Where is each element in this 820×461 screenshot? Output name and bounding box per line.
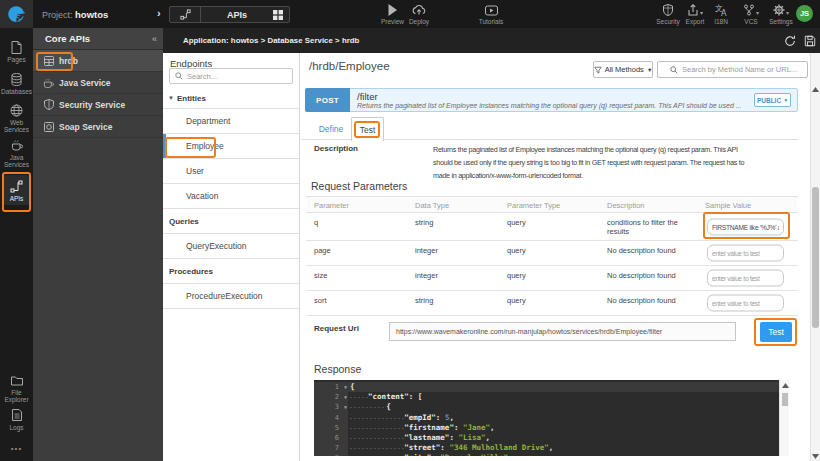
method-row-post-filter[interactable]: POST /filter Returns the paginated list …: [305, 88, 798, 112]
tab-define[interactable]: Define: [306, 117, 356, 140]
sidebar-item-label: Soap Service: [59, 122, 112, 132]
response-code-editor[interactable]: 1▼{2▼"content": [3▼{4"empId": 5,5"firstn…: [314, 380, 789, 456]
rail-item-logs[interactable]: Logs: [0, 408, 33, 431]
request-parameters-table: ParameterData TypeParameter TypeDescript…: [306, 196, 798, 316]
endpoint-item-label: QueryExecution: [186, 241, 246, 251]
translate-icon: 文A: [715, 4, 728, 17]
endpoints-section-queries[interactable]: Queries: [163, 209, 299, 234]
left-rail-nav: PagesDatabasesWeb ServicesJava ServicesA…: [0, 28, 33, 461]
topbar-action-deploy[interactable]: Deploy: [409, 0, 429, 28]
request-url-value[interactable]: https://www.wavemakeronline.com/run-manj…: [389, 322, 736, 341]
endpoints-section-label: Entities: [177, 94, 206, 103]
line-number: 8: [314, 453, 348, 456]
rail-item-file-explorer[interactable]: File Explorer: [0, 373, 33, 403]
sidebar-item-java-service[interactable]: Java Service: [33, 72, 163, 94]
fold-caret-icon[interactable]: ▼: [344, 382, 347, 392]
code-line-text: {: [348, 382, 355, 392]
rail-item-pages[interactable]: Pages: [0, 40, 33, 63]
user-avatar[interactable]: JS: [796, 5, 813, 22]
endpoint-item-employee[interactable]: Employee: [163, 134, 299, 159]
endpoint-item-user[interactable]: User: [163, 159, 299, 184]
endpoint-item-queryexecution[interactable]: QueryExecution: [163, 234, 299, 259]
topbar-action-preview[interactable]: Preview: [376, 0, 409, 28]
code-token: "content": [368, 392, 409, 401]
endpoint-item-vacation[interactable]: Vacation: [163, 184, 299, 209]
sidebar-item-hrdb[interactable]: hrdb: [33, 50, 163, 72]
page-scrollbar-thumb[interactable]: [812, 187, 819, 328]
topbar-action-label: Settings: [769, 18, 793, 25]
topbar-action-export[interactable]: ▾Export: [684, 0, 706, 28]
topbar-action-label: Preview: [381, 18, 404, 25]
code-line-2: 2▼"content": [: [314, 392, 789, 402]
param-row-size: sizeintegerqueryNo description found: [306, 266, 798, 291]
endpoints-section-entities[interactable]: ▼Entities: [163, 88, 299, 109]
topbar-action-tutorials[interactable]: Tutorials: [468, 0, 514, 28]
export-icon: [687, 4, 699, 17]
sample-value-input-page[interactable]: [707, 245, 784, 262]
method-search-input[interactable]: Search by Method Name or URL...: [657, 61, 808, 78]
fold-caret-icon[interactable]: ▼: [344, 392, 347, 402]
save-icon[interactable]: [804, 35, 816, 47]
method-info: /filter Returns the paginated list of Em…: [350, 89, 750, 111]
grid-icon[interactable]: [273, 10, 289, 20]
endpoints-list: ▼EntitiesDepartmentEmployeeUserVacationQ…: [163, 88, 299, 309]
line-number: 7: [314, 443, 348, 453]
search-icon: [175, 72, 183, 80]
editor-scrollbar[interactable]: [779, 380, 789, 456]
endpoints-search-input[interactable]: Search...: [169, 68, 293, 84]
line-number: 6: [314, 433, 348, 443]
topbar-action-security[interactable]: Security: [652, 0, 684, 28]
rail-item-web-services[interactable]: Web Services: [0, 103, 33, 133]
fold-caret-icon[interactable]: ▼: [344, 402, 347, 412]
scroll-up-icon[interactable]: [811, 87, 820, 92]
code-token: :: [436, 413, 445, 422]
refresh-icon[interactable]: [784, 35, 796, 47]
code-token: ,: [508, 453, 513, 456]
topbar-action-iconwrap: [485, 4, 498, 17]
rail-overflow-dots[interactable]: •••: [0, 444, 33, 453]
topbar-action-settings[interactable]: ▾Settings: [766, 0, 796, 28]
tab-test[interactable]: Test: [351, 117, 384, 141]
chevron-right-icon[interactable]: ›: [157, 7, 161, 19]
sample-value-input-size[interactable]: [707, 270, 784, 287]
rail-item-java-services[interactable]: Java Services: [0, 138, 33, 168]
sidebar-item-security-service[interactable]: Security Service: [33, 94, 163, 116]
collapse-panel-icon[interactable]: «: [152, 34, 157, 44]
code-line-8: 8"city": "Beverly Hills",: [314, 453, 789, 456]
code-token: "Lisa": [458, 433, 485, 442]
scroll-down-icon[interactable]: [811, 454, 820, 459]
topbar-action-i18n[interactable]: 文AI18N: [706, 0, 736, 28]
topbar-left-actions: PreviewDeployTutorials: [376, 0, 514, 28]
line-number: 2▼: [314, 392, 348, 402]
methods-filter-dropdown[interactable]: All Methods ▼: [593, 61, 653, 78]
method-path: /filter: [357, 91, 750, 102]
sample-value-input-sort[interactable]: [707, 295, 784, 312]
topbar-action-vcs[interactable]: ▾VCS: [736, 0, 766, 28]
access-dropdown[interactable]: PUBLIC ▼: [754, 93, 791, 107]
project-label: Project: howtos: [42, 9, 108, 20]
topbar-action-iconwrap: [412, 4, 426, 17]
scroll-up-icon[interactable]: [780, 383, 789, 388]
endpoint-item-label: User: [186, 166, 204, 176]
branch-icon: [743, 4, 755, 17]
rail-item-apis[interactable]: APIs: [3, 175, 30, 205]
endpoints-section-label: Procedures: [169, 267, 213, 276]
rail-item-databases[interactable]: Databases: [0, 72, 33, 95]
caret-down-icon: ▼: [168, 95, 174, 101]
sidebar-item-soap-service[interactable]: Soap Service: [33, 116, 163, 138]
test-button[interactable]: Test: [760, 322, 792, 342]
wavemaker-logo[interactable]: [0, 0, 33, 28]
editor-scrollbar-thumb[interactable]: [782, 393, 788, 406]
endpoint-item-procedureexecution[interactable]: ProcedureExecution: [163, 284, 299, 309]
param-type: query: [507, 241, 607, 265]
endpoint-item-department[interactable]: Department: [163, 109, 299, 134]
indent-guide: [350, 392, 368, 402]
sample-value-input-q[interactable]: [707, 218, 784, 235]
apis-workspace-tab[interactable]: APIs: [169, 6, 290, 23]
page-scrollbar[interactable]: [810, 53, 820, 461]
caret-down-icon: ▼: [647, 67, 652, 73]
indent-guide: [350, 402, 386, 412]
logs-icon: [12, 408, 22, 422]
endpoints-section-procedures[interactable]: Procedures: [163, 259, 299, 284]
topbar-action-iconwrap: [387, 4, 398, 17]
